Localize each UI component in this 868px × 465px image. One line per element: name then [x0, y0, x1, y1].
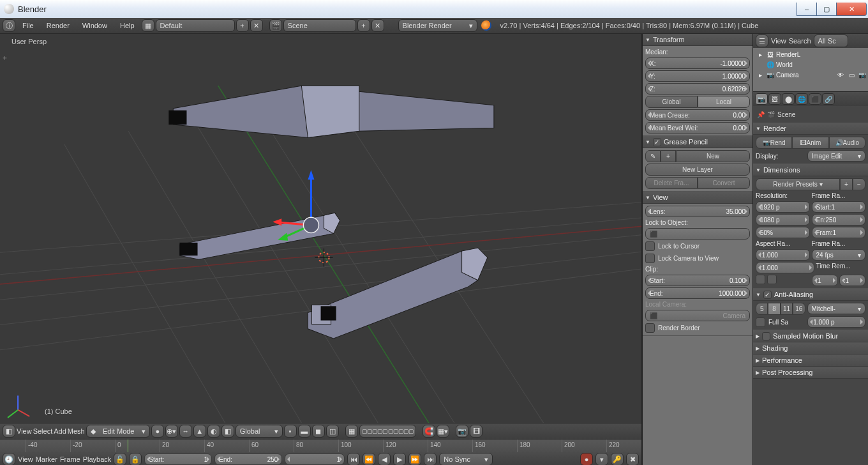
tl-key-insert-icon[interactable]: 🔑 [611, 453, 624, 465]
crop-checkbox[interactable] [767, 275, 777, 284]
props-tab-render-icon[interactable]: 📷 [755, 93, 768, 105]
gp-new-button[interactable]: New [676, 150, 750, 162]
space-local-button[interactable]: Local [698, 96, 750, 108]
tl-current-field[interactable]: 1 [285, 454, 345, 465]
tl-keyframe-next-icon[interactable]: ⏩ [408, 453, 421, 465]
aa-11-button[interactable]: 11 [781, 303, 793, 315]
tl-start-field[interactable]: Start:1 [144, 454, 212, 465]
orientation-dropdown[interactable]: Global▾ [236, 425, 283, 438]
panel-performance-header[interactable]: ▶Performance [753, 354, 868, 367]
editor-type-outliner-icon[interactable]: ☰ [756, 34, 768, 47]
props-tab-scene-icon[interactable]: ⬤ [782, 93, 795, 105]
tl-keyframe-prev-icon[interactable]: ⏪ [363, 453, 375, 465]
renderable-icon[interactable]: 📷 [858, 70, 867, 79]
outliner-row-world[interactable]: ▸🌐World [753, 59, 868, 70]
layer-buttons[interactable]: ▢▢▢▢▢ ▢▢▢▢▢ [359, 425, 417, 438]
panel-shading-header[interactable]: ▶Shading [753, 342, 868, 354]
gp-draw-icon[interactable]: ✎ [645, 150, 661, 162]
pivot-dropdown-icon[interactable]: ⊕▾ [165, 425, 178, 438]
window-minimize-button[interactable]: – [797, 3, 817, 16]
render-presets-dropdown[interactable]: Render Presets ▾ [756, 178, 840, 190]
viewport-3d[interactable]: User Persp (1) Cube ＋ [0, 34, 641, 423]
remap-new-field[interactable]: :1 [839, 275, 865, 286]
lens-field[interactable]: Lens:35.000 [645, 206, 750, 217]
median-y-field[interactable]: Y:1.00000 [645, 70, 750, 82]
props-tab-world-icon[interactable]: 🌐 [795, 93, 808, 105]
outliner-menu-search[interactable]: Search [789, 37, 811, 45]
res-x-field[interactable]: 1920 p [756, 201, 810, 213]
toolbar-expand-icon[interactable]: ＋ [1, 53, 8, 63]
tl-menu-playback[interactable]: Playback [83, 455, 112, 463]
scene-dropdown[interactable]: Scene [283, 19, 356, 32]
manip-rotate-icon[interactable]: ◐ [207, 425, 220, 438]
editor-type-info-icon[interactable]: ⓘ [3, 19, 15, 32]
tl-keyingset-browse-icon[interactable]: ▾ [595, 453, 608, 465]
cursor-icon[interactable]: ▭ [847, 70, 856, 79]
tl-menu-marker[interactable]: Marker [36, 455, 57, 463]
tl-play-icon[interactable]: ▶ [393, 453, 406, 465]
full-sample-checkbox[interactable] [756, 317, 765, 327]
clip-end-field[interactable]: End:1000.000 [645, 287, 750, 299]
tl-end-field[interactable]: End:250 [214, 454, 282, 465]
mean-crease-field[interactable]: Mean Crease:0.00 [645, 109, 750, 121]
render-anim-preview-icon[interactable]: 🎞 [470, 425, 483, 438]
aa-enable-checkbox[interactable] [763, 291, 772, 299]
sel-edge-icon[interactable]: ▬ [298, 425, 311, 438]
border-checkbox[interactable] [756, 275, 765, 284]
tl-key-delete-icon[interactable]: ✖ [626, 453, 639, 465]
space-global-button[interactable]: Global [645, 96, 698, 108]
manip-scale-icon[interactable]: ◧ [221, 425, 234, 438]
panel-view-header[interactable]: ▼View [643, 192, 752, 204]
view3d-menu-view[interactable]: View [17, 427, 32, 435]
gp-add-icon[interactable]: + [661, 150, 676, 162]
tl-sync-dropdown[interactable]: No Sync▾ [439, 453, 493, 465]
res-y-field[interactable]: 1080 p [756, 214, 810, 225]
render-engine-dropdown[interactable]: Blender Render▾ [398, 19, 477, 32]
display-dropdown[interactable]: Image Edit▾ [807, 150, 866, 162]
mode-dropdown[interactable]: ◆Edit Mode▾ [86, 425, 150, 438]
props-tab-object-icon[interactable]: ⬛ [809, 93, 821, 105]
screen-layout-remove-button[interactable]: ✕ [250, 19, 263, 32]
local-camera-field[interactable]: ⬛Camera [645, 310, 750, 321]
panel-render-header[interactable]: ▼Render [753, 123, 868, 135]
outliner-row-renderlayers[interactable]: ▸🖼RenderL [753, 49, 868, 59]
aspect-y-field[interactable]: :1.000 [756, 262, 814, 273]
median-x-field[interactable]: X:-1.00000 [645, 57, 750, 69]
panel-greasepencil-header[interactable]: ▼Grease Pencil [643, 136, 752, 148]
aspect-x-field[interactable]: :1.000 [756, 249, 810, 261]
aa-5-button[interactable]: 5 [756, 303, 768, 315]
menu-file[interactable]: File [17, 20, 40, 31]
panel-smb-header[interactable]: ▶Sampled Motion Blur [753, 330, 868, 342]
menu-help[interactable]: Help [114, 20, 140, 31]
timeline-playhead[interactable] [128, 439, 128, 452]
aa-filter-dropdown[interactable]: Mitchell-▾ [807, 303, 866, 314]
snap-toggle-icon[interactable]: 🧲 [423, 425, 435, 438]
screen-layout-icon[interactable]: ▦ [142, 19, 154, 32]
panel-aa-header[interactable]: ▼Anti-Aliasing [753, 289, 868, 301]
smb-enable-checkbox[interactable] [762, 332, 770, 340]
tl-menu-view[interactable]: View [18, 455, 33, 463]
aa-size-field[interactable]: :1.000 p [807, 316, 866, 328]
remap-old-field[interactable]: :1 [812, 275, 838, 286]
menu-render[interactable]: Render [41, 20, 75, 31]
frame-end-field[interactable]: En:250 [812, 214, 866, 225]
frame-start-field[interactable]: Start:1 [812, 201, 866, 213]
editor-type-view3d-icon[interactable]: ◧ [3, 425, 15, 438]
screen-layout-dropdown[interactable]: Default [156, 19, 235, 32]
panel-transform-header[interactable]: ▼Transform [643, 34, 752, 46]
preset-add-button[interactable]: + [840, 178, 853, 190]
layers-icon[interactable]: ▦ [345, 425, 358, 438]
timeline-ruler[interactable]: -40 -20 0 20 40 60 80 100 120 140 160 18… [0, 439, 641, 452]
props-tab-constraints-icon[interactable]: 🔗 [822, 93, 835, 105]
aa-8-button[interactable]: 8 [768, 303, 780, 315]
window-close-button[interactable]: ✕ [836, 3, 867, 16]
menu-window[interactable]: Window [77, 20, 113, 31]
manipulator-toggle-icon[interactable]: ↔ [179, 425, 192, 438]
render-image-button[interactable]: 📷Rend [756, 137, 792, 149]
editor-type-timeline-icon[interactable]: 🕘 [3, 453, 15, 465]
gp-delete-frame-button[interactable]: Delete Fra... [645, 177, 698, 189]
eye-icon[interactable]: 👁 [836, 70, 845, 79]
lock-cursor-checkbox[interactable] [645, 241, 655, 251]
shading-solid-icon[interactable]: ● [151, 425, 164, 438]
lock-camera-checkbox[interactable] [645, 254, 655, 263]
